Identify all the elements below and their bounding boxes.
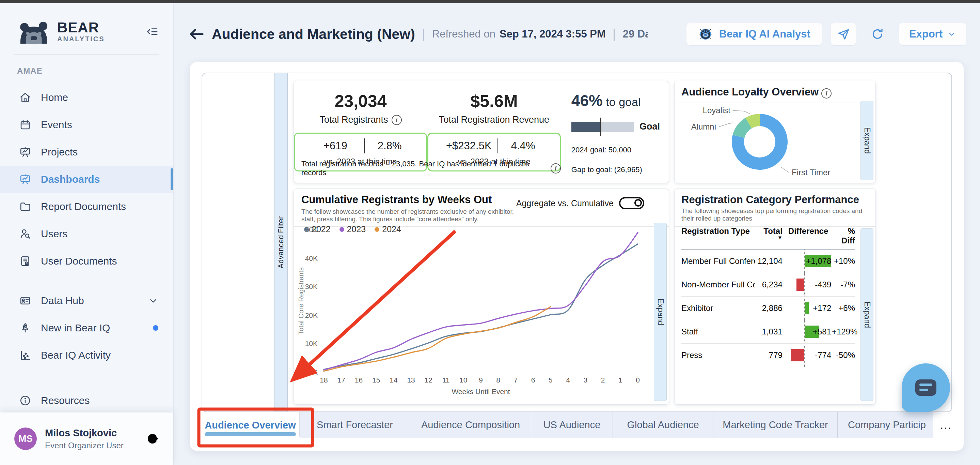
send-button[interactable]	[831, 23, 856, 45]
rocket-icon	[19, 322, 31, 334]
document-icon	[19, 255, 31, 267]
sidebar-item-users[interactable]: Users	[0, 220, 173, 248]
x-tick-label: 16	[355, 376, 363, 384]
info-icon[interactable]: i	[550, 163, 561, 174]
refresh-button[interactable]	[865, 23, 890, 45]
tab-company-particip[interactable]: Company Particip	[838, 412, 933, 438]
sidebar-item-bear-iq-activity[interactable]: Bear IQ Activity	[0, 342, 173, 369]
table-row[interactable]: Member Full Conference 12,104 +1,078 +10…	[681, 249, 855, 273]
new-badge-dot	[153, 325, 158, 331]
goal-suffix: to goal	[606, 96, 641, 109]
sidebar-item-home[interactable]: Home	[0, 84, 173, 111]
cell-type: Staff	[681, 327, 755, 337]
tab-label: Marketing Code Tracker	[722, 419, 828, 431]
back-button[interactable]	[186, 24, 207, 44]
tab-audience-composition[interactable]: Audience Composition	[410, 412, 531, 438]
kpi-delta-pct: 4.4%	[498, 140, 548, 152]
y-tick-label: 40K	[305, 254, 318, 262]
info-icon[interactable]: i	[821, 88, 832, 99]
toggle-label: Aggregate vs. Cumulative	[516, 198, 614, 208]
sidebar-nav: Home Events Projects Dashboards Report D…	[0, 79, 173, 414]
sidebar-item-user-documents[interactable]: User Documents	[0, 248, 173, 275]
col-difference[interactable]: Difference	[784, 226, 832, 236]
user-name: Milos Stojkovic	[45, 428, 137, 439]
calendar-icon	[19, 119, 31, 131]
sidebar-collapse-button[interactable]	[144, 24, 160, 40]
sidebar-item-data-hub[interactable]: Data Hub	[0, 287, 173, 314]
chevron-down-icon	[947, 30, 956, 38]
expand-strip[interactable]: Expand	[861, 229, 873, 401]
refreshed-value: Sep 17, 2024 3:55 PM	[500, 28, 606, 40]
x-tick-label: 13	[407, 376, 415, 384]
tab-label: US Audience	[544, 419, 601, 431]
expand-strip[interactable]: Expand	[861, 101, 873, 180]
logout-icon[interactable]	[145, 431, 160, 446]
expand-strip[interactable]: Expand	[654, 223, 667, 401]
refreshed-label: Refreshed on	[432, 28, 495, 40]
sidebar-item-label: Events	[41, 119, 158, 131]
tab-overflow-button[interactable]: ...	[936, 412, 956, 438]
registration-category-widget: Registration Category Performance The fo…	[674, 189, 876, 405]
col-total[interactable]: Total▼	[755, 226, 784, 246]
sidebar-item-new-in-bear-iq[interactable]: New in Bear IQ	[0, 314, 173, 342]
tab-audience-overview[interactable]: Audience Overview	[201, 412, 300, 438]
cell-type: Exhibitor	[681, 304, 755, 313]
cell-diff: +581	[813, 327, 831, 337]
table-row[interactable]: Non-Member Full Conferen... 6,234 -439 -…	[681, 273, 855, 297]
info-icon[interactable]: i	[391, 115, 402, 125]
audience-loyalty-widget: Audience Loyalty Overviewi First Timer A…	[674, 81, 876, 183]
cell-pct-diff: +6%	[832, 304, 855, 313]
sidebar-item-projects[interactable]: Projects	[0, 138, 173, 166]
table-row[interactable]: Staff 1,031 +581 +129%	[681, 320, 855, 344]
export-button[interactable]: Export	[899, 23, 966, 45]
tab-label: Global Audience	[627, 419, 699, 431]
aggregate-cumulative-toggle[interactable]	[619, 197, 644, 209]
chat-button[interactable]	[902, 363, 950, 412]
col-registration-type[interactable]: Registration Type	[681, 226, 755, 246]
brand-logo: BEAR ANALYTICS	[17, 19, 105, 44]
x-tick-label: 5	[549, 376, 553, 384]
tab-marketing-code-tracker[interactable]: Marketing Code Tracker	[713, 412, 838, 438]
activity-icon	[19, 349, 31, 361]
tab-smart-forecaster[interactable]: Smart Forecaster	[300, 412, 410, 438]
bear-badge-icon	[698, 27, 713, 42]
sidebar-item-label: Home	[41, 92, 158, 103]
col-pct-diff[interactable]: % Diff	[832, 226, 855, 246]
send-icon	[837, 28, 850, 41]
sidebar-item-report-documents[interactable]: Report Documents	[0, 193, 173, 220]
sidebar-item-dashboards[interactable]: Dashboards	[0, 166, 173, 193]
arrow-left-icon	[188, 25, 206, 43]
app-root: BEAR ANALYTICS AMAE Home Events Projects	[0, 0, 980, 465]
x-tick-label: 6	[531, 376, 535, 384]
advanced-filter-strip[interactable]: Advanced Filter	[274, 73, 288, 411]
divider: |	[612, 27, 616, 42]
donut-label-first-timer: First Timer	[792, 168, 830, 177]
x-tick-label: 14	[390, 376, 398, 384]
line-chart: 0K10K20K30K40K50KTotal Core Registrants1…	[297, 222, 651, 401]
diff-bar-negative	[791, 349, 804, 361]
sidebar-item-events[interactable]: Events	[0, 111, 173, 138]
table-row[interactable]: Press 779 -774 -50%	[681, 344, 855, 367]
series-line-2023	[324, 232, 638, 370]
table-row[interactable]: Exhibitor 2,886 +172 +6%	[681, 297, 855, 320]
x-tick-label: 11	[442, 376, 450, 384]
sidebar-item-resources[interactable]: Resources	[0, 387, 173, 414]
category-table: Registration Type Total▼ Difference % Di…	[681, 226, 855, 367]
goal-progress-bar	[571, 122, 634, 132]
widget-title: Audience Loyalty Overview	[681, 86, 819, 98]
folder-icon	[19, 200, 31, 213]
x-tick-label: 17	[337, 376, 345, 384]
widget-title: Cumulative Registrants by Weeks Out	[301, 193, 516, 206]
home-icon	[19, 91, 31, 104]
kpi-widget: 23,034 Total Registrants i +619 2.8% vs.…	[294, 81, 669, 183]
ai-analyst-label: Bear IQ AI Analyst	[719, 28, 810, 40]
header-actions: Bear IQ AI Analyst Export	[686, 23, 966, 45]
tab-us-audience[interactable]: US Audience	[531, 412, 613, 438]
sort-desc-icon: ▼	[777, 236, 783, 239]
chevron-down-icon	[148, 296, 158, 306]
widget-subtitle: The following showcases top performing r…	[681, 207, 869, 222]
bear-iq-ai-analyst-button[interactable]: Bear IQ AI Analyst	[686, 23, 822, 45]
table-header-row: Registration Type Total▼ Difference % Di…	[681, 226, 855, 249]
cell-diff: +172	[813, 304, 831, 313]
tab-global-audience[interactable]: Global Audience	[613, 412, 713, 438]
